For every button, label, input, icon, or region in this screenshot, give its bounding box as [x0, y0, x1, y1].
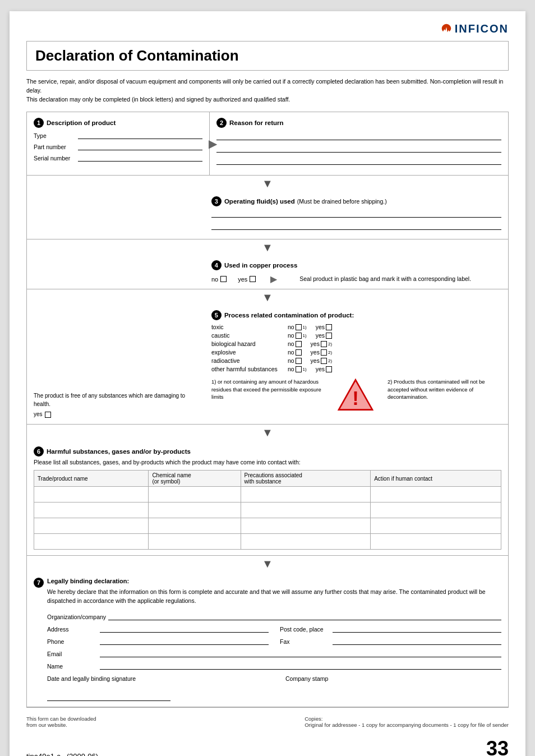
copper-no-checkbox[interactable]	[220, 276, 227, 282]
note2-text: 2) Products thus contaminated will not b…	[388, 378, 501, 400]
table-cell[interactable]	[371, 503, 501, 518]
cont-explosive-yes-checkbox[interactable]	[321, 349, 327, 356]
cont-bio-yes-checkbox[interactable]	[321, 341, 327, 347]
arrow-down-2: ▼	[27, 176, 508, 192]
intro-line1: The service, repair, and/or disposal of …	[26, 77, 509, 95]
table-cell[interactable]	[241, 534, 371, 550]
cont-explosive-name: explosive	[211, 349, 284, 356]
section2-num: 2	[216, 118, 227, 128]
cont-other-yes-checkbox[interactable]	[326, 366, 332, 372]
section-1: 1 Description of product Type Part numbe…	[27, 112, 210, 175]
arrow-down-6: ▼	[27, 556, 508, 572]
table-cell[interactable]	[149, 487, 241, 503]
cont-row-toxic: toxic no 1) yes	[211, 324, 501, 330]
cont-bio-no-checkbox[interactable]	[296, 341, 302, 347]
reason-line-2	[216, 145, 501, 153]
arrow-right-1: ▶	[209, 137, 217, 150]
field-type-label: Type	[34, 132, 76, 139]
field-address-row: Address Post code, place	[47, 625, 501, 633]
table-cell[interactable]	[371, 487, 501, 503]
field-name-line[interactable]	[100, 662, 501, 670]
signature-row: Date and legally binding signature Compa…	[47, 675, 501, 701]
field-email-line[interactable]	[100, 649, 501, 657]
cont-bio-yes: yes 2)	[311, 340, 332, 347]
footer-left-line2: from our website.	[26, 722, 96, 728]
cont-row-bio: biological hazard no yes 2)	[211, 340, 501, 347]
cont-row-radioactive: radioactive no yes 2)	[211, 357, 501, 364]
table-cell[interactable]	[241, 487, 371, 503]
operating-fluid-line-1	[211, 210, 501, 218]
field-phone-row: Phone Fax	[47, 637, 501, 645]
product-free-box: The product is free of any substances wh…	[34, 391, 197, 418]
table-cell[interactable]	[371, 534, 501, 550]
field-partnum-label: Part number	[34, 144, 76, 150]
note1-text: 1) or not containing any amount of hazar…	[211, 378, 324, 400]
page-title: Declaration of Contamination	[35, 47, 500, 64]
cont-caustic-yes-checkbox[interactable]	[326, 333, 332, 339]
section-7: 7 Legally binding declaration: We hereby…	[27, 572, 508, 707]
section-5: The product is free of any substances wh…	[27, 306, 508, 425]
table-row	[34, 534, 501, 550]
copper-yes-checkbox[interactable]	[250, 276, 256, 282]
table-cell[interactable]	[34, 487, 149, 503]
footer-right: Copies: Original for addressee - 1 copy …	[305, 716, 509, 728]
field-phone-line[interactable]	[100, 637, 269, 645]
section7-text: We hereby declare that the information o…	[47, 588, 501, 606]
reason-lines	[216, 132, 501, 165]
field-partnum-line	[78, 142, 202, 150]
table-cell[interactable]	[149, 534, 241, 550]
field-org-label: Organization/company	[47, 614, 106, 620]
table-cell[interactable]	[149, 503, 241, 518]
table-cell[interactable]	[34, 534, 149, 550]
table-cell[interactable]	[149, 518, 241, 534]
cont-toxic-no-checkbox[interactable]	[296, 324, 302, 330]
signature-block: Date and legally binding signature	[47, 675, 263, 701]
cont-toxic-yes-checkbox[interactable]	[326, 324, 332, 330]
form-date: (2009-06)	[67, 752, 98, 756]
cont-caustic-no-checkbox[interactable]	[296, 333, 302, 339]
field-email-label: Email	[47, 651, 98, 657]
product-free-text: The product is free of any substances wh…	[34, 391, 197, 408]
section-5-inner: 5 Process related contamination of produ…	[211, 310, 501, 413]
cont-row-explosive: explosive no yes 2)	[211, 349, 501, 356]
field-postcode-line[interactable]	[333, 625, 501, 633]
cont-explosive-no-checkbox[interactable]	[296, 349, 302, 356]
table-cell[interactable]	[371, 518, 501, 534]
copper-no-item: no	[211, 276, 227, 283]
form-code-area: tina49e1-c (2009-06)	[26, 752, 98, 756]
reason-line-1	[216, 132, 501, 140]
field-serial-line	[78, 154, 202, 162]
arrow-down-3: ▼	[27, 239, 508, 256]
seal-note: Seal product in plastic bag and mark it …	[299, 275, 471, 283]
cont-other-no-checkbox[interactable]	[296, 366, 302, 372]
section-4: 4 Used in copper process no yes ▶ Seal p…	[27, 256, 508, 289]
table-header-precautions: Precautions associatedwith substance	[241, 471, 371, 487]
field-address-line[interactable]	[100, 625, 269, 633]
intro-text: The service, repair, and/or disposal of …	[26, 77, 509, 104]
operating-fluid-line-2	[211, 222, 501, 230]
table-cell[interactable]	[241, 503, 371, 518]
cont-radioactive-no: no	[288, 357, 302, 364]
cont-toxic-no: no 1)	[288, 324, 307, 330]
product-free-checkbox[interactable]	[45, 412, 51, 418]
field-fax-line[interactable]	[333, 637, 501, 645]
footer-left: This form can be downloaded from our web…	[26, 716, 96, 728]
cont-bio-no: no	[288, 340, 302, 347]
field-org-row: Organization/company	[47, 612, 501, 620]
page-number: 33	[486, 737, 509, 756]
logo-icon	[440, 23, 453, 35]
table-cell[interactable]	[34, 503, 149, 518]
page: INFICON Declaration of Contamination The…	[10, 11, 525, 756]
table-cell[interactable]	[241, 518, 371, 534]
footer-right-text: Original for addressee - 1 copy for acco…	[305, 722, 509, 728]
field-postcode-label: Post code, place	[280, 626, 330, 633]
cont-other-name: other harmful substances	[211, 366, 284, 372]
field-serial-row: Serial number	[34, 154, 202, 162]
copper-arrow: ▶	[270, 274, 277, 284]
field-name-row: Name	[47, 662, 501, 670]
table-cell[interactable]	[34, 518, 149, 534]
table-row	[34, 518, 501, 534]
field-org-line[interactable]	[108, 612, 501, 620]
cont-radioactive-yes-checkbox[interactable]	[321, 358, 327, 364]
cont-radioactive-no-checkbox[interactable]	[296, 358, 302, 364]
